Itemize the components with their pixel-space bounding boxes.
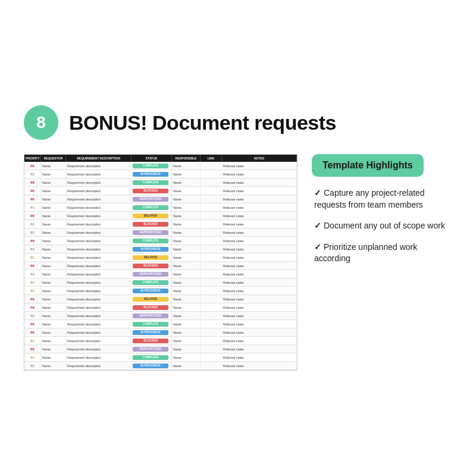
cell-link[interactable]	[201, 264, 222, 267]
cell-status: IN-PROGRESS	[131, 328, 172, 336]
cell-link[interactable]	[201, 248, 222, 250]
cell-priority: P2	[24, 221, 41, 227]
cell-requestor: Name	[41, 187, 66, 194]
cell-requestor: Name	[41, 329, 66, 336]
table-row: P2 Name Requirement description DEPRIORI…	[24, 312, 297, 320]
cell-link[interactable]	[201, 181, 222, 184]
col-header-requestor: REQUESTOR	[41, 155, 66, 162]
cell-link[interactable]	[201, 273, 222, 275]
cell-desc: Requirement description	[66, 212, 131, 219]
cell-priority: P0	[24, 346, 41, 352]
cell-notes: Relevant notes	[222, 346, 297, 352]
cell-status: IN-PROGRESS	[131, 287, 172, 295]
cell-desc: Requirement description	[66, 204, 131, 211]
cell-status: COMPLETE	[131, 203, 172, 211]
cell-status: DELAYED	[131, 253, 172, 261]
cell-responsible: Name	[172, 162, 201, 169]
table-row: P0 Name Requirement description BLOCKED …	[24, 187, 297, 195]
cell-responsible: Name	[172, 229, 201, 236]
cell-requestor: Name	[41, 254, 66, 261]
table-row: P0 Name Requirement description IN-PROGR…	[24, 328, 297, 337]
cell-priority: P0	[24, 162, 41, 169]
cell-link[interactable]	[201, 289, 222, 292]
status-badge: BLOCKED	[133, 264, 168, 268]
cell-desc: Requirement description	[66, 237, 131, 244]
cell-status: COMPLETE	[131, 320, 172, 328]
right-panel: Template Highlights ✓Capture any project…	[312, 154, 452, 265]
col-header-status: STATUS	[131, 155, 172, 162]
cell-link[interactable]	[201, 223, 222, 226]
cell-link[interactable]	[201, 231, 222, 234]
cell-link[interactable]	[201, 331, 222, 334]
main-container: 8 BONUS! Document requests PRIORITY REQU…	[24, 105, 452, 371]
cell-link[interactable]	[201, 356, 222, 359]
cell-link[interactable]	[201, 189, 222, 192]
check-icon-2: ✓	[314, 221, 321, 230]
cell-link[interactable]	[201, 239, 222, 242]
status-badge: COMPLETE	[133, 164, 168, 168]
cell-link[interactable]	[201, 347, 222, 350]
table-row: P0 Name Requirement description COMPLETE…	[24, 178, 297, 187]
cell-responsible: Name	[172, 254, 201, 261]
cell-priority: P1	[24, 354, 41, 361]
cell-responsible: Name	[172, 354, 201, 361]
cell-link[interactable]	[201, 322, 222, 325]
cell-requestor: Name	[41, 237, 66, 244]
cell-status: DELAYED	[131, 295, 172, 303]
cell-status: DEPRIORITIZED	[131, 195, 172, 203]
cell-link[interactable]	[201, 306, 222, 309]
cell-priority: P2	[24, 171, 41, 177]
status-badge: COMPLETE	[133, 322, 168, 327]
spreadsheet-body: P0 Name Requirement description COMPLETE…	[24, 162, 297, 370]
cell-desc: Requirement description	[66, 304, 131, 311]
status-badge: IN-PROGRESS	[133, 289, 168, 293]
cell-link[interactable]	[201, 198, 222, 201]
cell-link[interactable]	[201, 339, 222, 342]
cell-desc: Requirement description	[66, 254, 131, 261]
highlight-item-2: ✓Document any out of scope work	[314, 220, 452, 232]
table-row: P0 Name Requirement description COMPLETE…	[24, 320, 297, 328]
status-badge: IN-PROGRESS	[133, 364, 168, 368]
cell-status: BLOCKED	[131, 303, 172, 311]
cell-responsible: Name	[172, 296, 201, 302]
cell-desc: Requirement description	[66, 312, 131, 319]
cell-link[interactable]	[201, 298, 222, 300]
cell-notes: Relevant notes	[222, 246, 297, 252]
cell-notes: Relevant notes	[222, 337, 297, 344]
cell-responsible: Name	[172, 187, 201, 194]
cell-requestor: Name	[41, 212, 66, 219]
cell-responsible: Name	[172, 329, 201, 336]
cell-notes: Relevant notes	[222, 229, 297, 236]
cell-notes: Relevant notes	[222, 179, 297, 186]
col-header-responsible: RESPONSIBLE	[172, 155, 201, 162]
cell-priority: P0	[24, 212, 41, 219]
col-header-link: LINK	[201, 155, 222, 162]
cell-requestor: Name	[41, 321, 66, 327]
cell-priority: P0	[24, 196, 41, 202]
status-badge: BLOCKED	[133, 222, 168, 227]
table-row: P0 Name Requirement description BLOCKED …	[24, 262, 297, 270]
cell-link[interactable]	[201, 281, 222, 284]
cell-responsible: Name	[172, 337, 201, 344]
status-badge: COMPLETE	[133, 180, 168, 185]
cell-link[interactable]	[201, 206, 222, 209]
cell-status: COMPLETE	[131, 278, 172, 286]
table-row: P1 Name Requirement description COMPLETE…	[24, 203, 297, 212]
cell-status: BLOCKED	[131, 187, 172, 195]
cell-responsible: Name	[172, 171, 201, 177]
cell-link[interactable]	[201, 364, 222, 367]
cell-link[interactable]	[201, 164, 222, 167]
cell-responsible: Name	[172, 304, 201, 311]
status-badge: DEPRIORITIZED	[133, 347, 168, 352]
cell-link[interactable]	[201, 214, 222, 217]
check-icon-1: ✓	[314, 188, 321, 198]
cell-link[interactable]	[201, 314, 222, 317]
cell-link[interactable]	[201, 256, 222, 259]
cell-responsible: Name	[172, 179, 201, 186]
cell-link[interactable]	[201, 173, 222, 176]
cell-responsible: Name	[172, 246, 201, 252]
cell-requestor: Name	[41, 196, 66, 202]
table-row: P2 Name Requirement description IN-PROGR…	[24, 245, 297, 253]
cell-requestor: Name	[41, 229, 66, 236]
status-badge: IN-PROGRESS	[133, 172, 168, 177]
